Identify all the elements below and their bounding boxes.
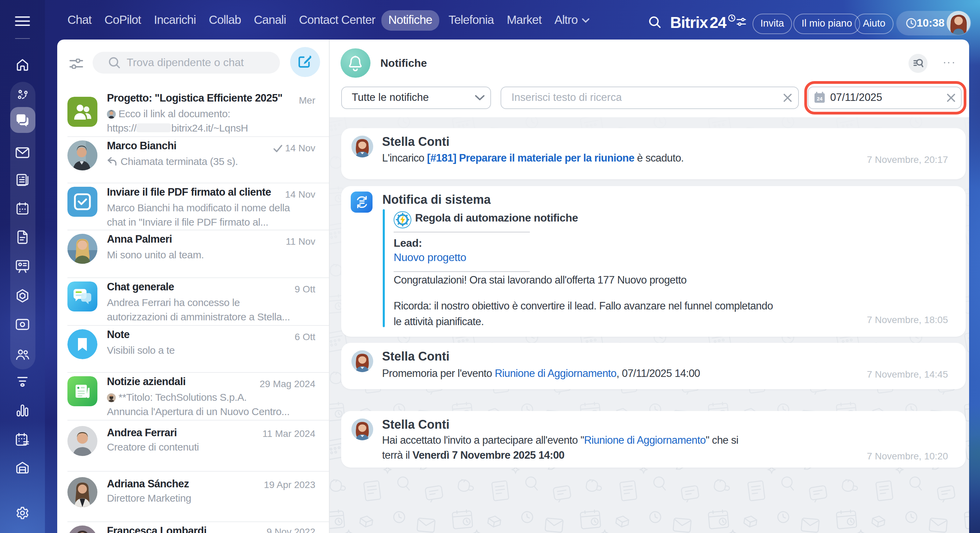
- svg-text:24: 24: [817, 96, 822, 102]
